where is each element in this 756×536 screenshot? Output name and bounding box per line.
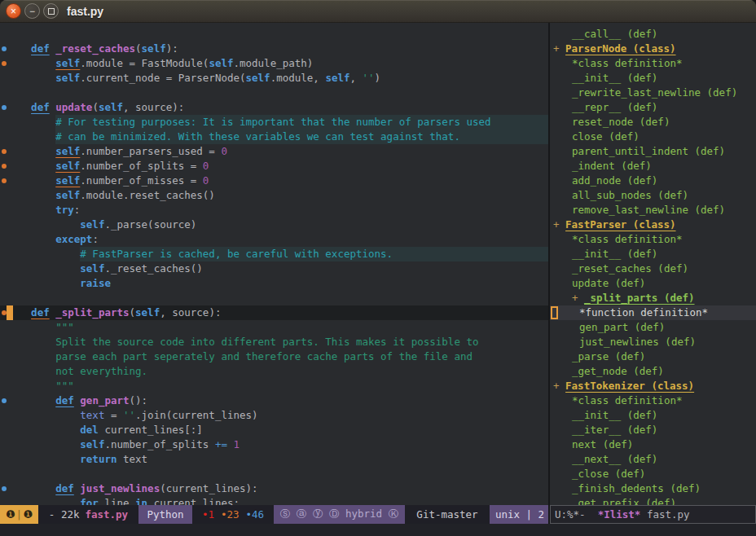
modeline-right[interactable]: U:%*- *Ilist* fast.py <box>550 505 756 524</box>
outline-item[interactable]: next (def) <box>550 437 756 452</box>
code-line[interactable]: self.number_of_misses = 0 <box>0 174 548 188</box>
outline-item[interactable]: __init__ (def) <box>550 408 756 423</box>
code-line[interactable]: self.number_parsers_used = 0 <box>0 144 548 159</box>
code-line[interactable]: """ <box>0 320 548 335</box>
code-line[interactable]: self._reset_caches() <box>0 261 548 276</box>
git-branch-segment[interactable]: Git-master <box>405 505 490 524</box>
outline-item[interactable]: reset_node (def) <box>550 115 756 130</box>
code-token: self <box>246 72 270 84</box>
code-line[interactable]: parse each part seperately and therefore… <box>0 349 548 364</box>
code-token: """ <box>55 321 74 333</box>
code-line[interactable]: for line in current_lines: <box>0 496 548 505</box>
code-token <box>7 453 80 465</box>
minimize-button[interactable]: − <box>24 3 40 19</box>
code-line[interactable]: not everything. <box>0 364 548 379</box>
code-line[interactable]: def just_newlines(current_lines): <box>0 481 548 496</box>
code-line[interactable]: """ <box>0 379 548 393</box>
code-token: def <box>55 482 74 494</box>
code-line[interactable] <box>0 27 548 42</box>
outline-item[interactable]: remove_last_newline (def) <box>550 203 756 217</box>
close-button[interactable]: × <box>6 3 21 19</box>
outline-item-label: _rewrite_last_newline (def) <box>572 86 737 99</box>
code-line[interactable]: self.current_node = ParserNode(self.modu… <box>0 71 548 86</box>
outline-item[interactable]: + ParserNode (class) <box>550 42 756 56</box>
window-number-segment[interactable]: ❶|❶ <box>0 505 38 524</box>
code-line[interactable]: self.module.reset_caches() <box>0 188 548 203</box>
outline-item[interactable]: just_newlines (def) <box>550 335 756 349</box>
expand-plus-icon[interactable]: + <box>553 42 565 55</box>
outline-item-label: close (def) <box>572 130 640 143</box>
outline-item[interactable]: + FastParser (class) <box>550 217 756 232</box>
code-line[interactable] <box>0 86 548 100</box>
outline-item[interactable]: gen_part (def) <box>550 320 756 335</box>
code-line[interactable]: try: <box>0 203 548 217</box>
minimize-icon: − <box>29 7 35 16</box>
maximize-button[interactable] <box>43 3 59 19</box>
warning-dot-icon <box>2 178 7 183</box>
code-token <box>7 130 55 143</box>
expand-plus-icon[interactable]: + <box>553 218 565 231</box>
imenu-outline-pane[interactable]: __call__ (def)+ ParserNode (class)*class… <box>550 23 756 505</box>
code-line[interactable]: self.module = FastModule(self.module_pat… <box>0 56 548 71</box>
code-line[interactable]: del current_lines[:] <box>0 423 548 437</box>
outline-item[interactable]: _rewrite_last_newline (def) <box>550 86 756 100</box>
outline-item[interactable]: __next__ (def) <box>550 452 756 467</box>
encoding-segment[interactable]: unix | 2 <box>490 505 548 524</box>
code-line[interactable]: # For testing purposes: It is important … <box>0 115 548 130</box>
code-line[interactable]: # can be minimized. With these variables… <box>0 130 548 144</box>
code-line[interactable]: Split the source code into different par… <box>0 335 548 349</box>
code-line[interactable]: self.number_of_splits += 1 <box>0 437 548 452</box>
workspace-number: ❶ <box>23 508 33 521</box>
code-line[interactable]: def gen_part(): <box>0 393 548 408</box>
outline-item[interactable]: _finish_dedents (def) <box>550 481 756 496</box>
code-editor-pane[interactable]: def _reset_caches(self): self.module = F… <box>0 23 548 505</box>
outline-item[interactable]: + FastTokenizer (class) <box>550 379 756 393</box>
code-line[interactable]: except: <box>0 232 548 247</box>
expand-plus-icon[interactable]: + <box>572 292 584 304</box>
outline-item[interactable]: __repr__ (def) <box>550 100 756 115</box>
outline-item[interactable]: *class definition* <box>550 393 756 408</box>
outline-item[interactable]: _get_prefix (def) <box>550 496 756 505</box>
outline-item[interactable]: *function definition* <box>550 305 756 320</box>
outline-item[interactable]: __call__ (def) <box>550 27 756 42</box>
code-line[interactable]: return text <box>0 452 548 467</box>
outline-item[interactable]: _get_node (def) <box>550 364 756 379</box>
code-line[interactable]: def update(self, source): <box>0 100 548 115</box>
outline-item[interactable]: add_node (def) <box>550 174 756 188</box>
code-line[interactable]: def _reset_caches(self): <box>0 42 548 56</box>
flycheck-counts-segment[interactable]: •1 •23 •46 <box>192 505 274 524</box>
code-token: += <box>215 438 227 450</box>
outline-item[interactable]: update (def) <box>550 276 756 291</box>
code-line[interactable]: def _split_parts(self, source): <box>0 305 548 320</box>
outline-item[interactable]: __init__ (def) <box>550 71 756 86</box>
outline-item[interactable]: _parse (def) <box>550 349 756 364</box>
outline-item[interactable]: _reset_caches (def) <box>550 261 756 276</box>
outline-item[interactable]: __init__ (def) <box>550 247 756 261</box>
echo-area[interactable] <box>0 524 756 536</box>
code-line[interactable]: # FastParser is cached, be careful with … <box>0 247 548 261</box>
code-line[interactable]: raise <box>0 276 548 291</box>
outline-item[interactable]: close (def) <box>550 130 756 144</box>
code-token <box>7 145 55 157</box>
code-line[interactable] <box>0 467 548 481</box>
code-line[interactable]: self._parse(source) <box>0 217 548 232</box>
buffer-segment[interactable]: - 22kfast.py <box>38 505 138 524</box>
outline-item[interactable]: all_sub_nodes (def) <box>550 188 756 203</box>
outline-item[interactable]: _close (def) <box>550 467 756 481</box>
info-count: •46 <box>246 508 265 521</box>
code-token <box>7 350 55 362</box>
code-line[interactable] <box>0 291 548 305</box>
code-line[interactable]: self.number_of_splits = 0 <box>0 159 548 174</box>
outline-item[interactable]: *class definition* <box>550 232 756 247</box>
error-count: •1 <box>202 508 214 521</box>
outline-item[interactable]: + _split_parts (def) <box>550 291 756 305</box>
outline-item[interactable]: parent_until_indent (def) <box>550 144 756 159</box>
code-line[interactable]: text = ''.join(current_lines) <box>0 408 548 423</box>
outline-item-label: _reset_caches (def) <box>572 262 688 275</box>
minor-modes-segment[interactable]: ⓢ ⓐ ⓨ Ⓓ hybrid Ⓚ <box>274 505 405 524</box>
major-mode-segment[interactable]: Python <box>138 505 192 524</box>
outline-item[interactable]: _indent (def) <box>550 159 756 174</box>
outline-item[interactable]: __iter__ (def) <box>550 423 756 437</box>
outline-item[interactable]: *class definition* <box>550 56 756 71</box>
expand-plus-icon[interactable]: + <box>553 380 565 392</box>
